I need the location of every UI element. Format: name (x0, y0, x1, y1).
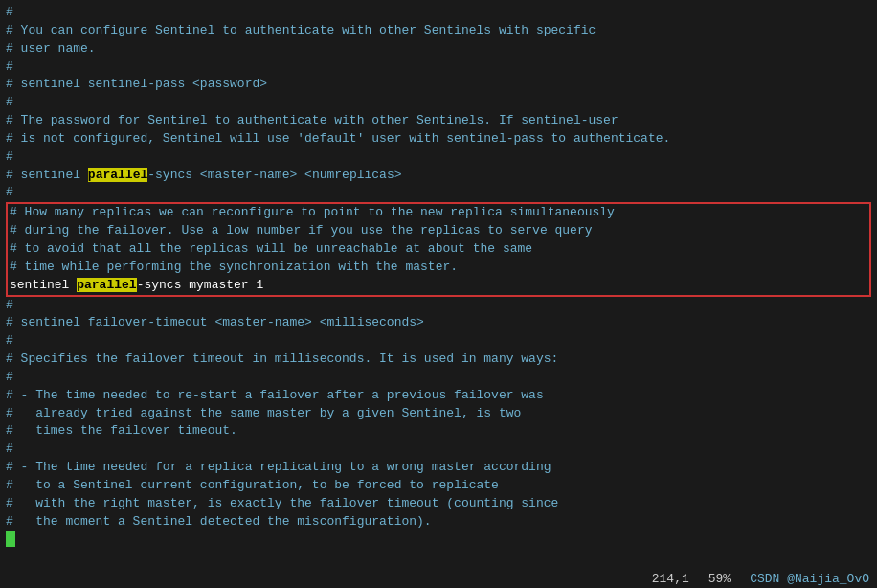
line-1: # (6, 4, 871, 22)
line-14: # to avoid that all the replicas will be… (8, 240, 869, 259)
keyword-parallel-2: parallel (77, 278, 136, 292)
line-24: # times the failover timeout. (6, 422, 871, 441)
line-18: # sentinel failover-timeout <master-name… (6, 314, 871, 332)
line-17: # (6, 297, 871, 315)
line-25: # (6, 441, 871, 459)
line-19: # (6, 332, 871, 351)
line-7: # The password for Sentinel to authentic… (6, 112, 871, 130)
line-11: # (6, 184, 871, 202)
line-2: # You can configure Sentinel to authenti… (6, 22, 871, 40)
line-20: # Specifies the failover timeout in mill… (6, 351, 871, 369)
line-8: # is not configured, Sentinel will use '… (6, 130, 871, 148)
keyword-parallel-1: parallel (88, 168, 147, 182)
line-12: # How many replicas we can reconfigure t… (8, 204, 869, 222)
highlighted-block: # How many replicas we can reconfigure t… (6, 202, 871, 296)
status-bar: 214,1 59% CSDN @Naijia_OvO (644, 570, 877, 588)
line-27: # to a Sentinel current configuration, t… (6, 477, 871, 495)
line-3: # user name. (6, 40, 871, 58)
terminal: # # You can configure Sentinel to authen… (0, 0, 877, 588)
line-9: # (6, 148, 871, 167)
line-10: # sentinel parallel-syncs <master-name> … (6, 167, 871, 185)
line-4: # (6, 58, 871, 77)
line-23: # already tried against the same master … (6, 405, 871, 423)
line-26: # - The time needed for a replica replic… (6, 459, 871, 477)
line-16: sentinel parallel-syncs mymaster 1 (8, 277, 869, 295)
line-number-indicator: 214,1 (652, 572, 689, 586)
cursor-block (6, 531, 15, 547)
line-6: # (6, 94, 871, 112)
line-13: # during the failover. Use a low number … (8, 222, 869, 240)
line-29: # the moment a Sentinel detected the mis… (6, 513, 871, 531)
line-28: # with the right master, is exactly the … (6, 495, 871, 513)
line-22: # - The time needed to re-start a failov… (6, 387, 871, 405)
line-21: # (6, 369, 871, 387)
scroll-percent: 59% (708, 572, 731, 586)
watermark: CSDN @Naijia_OvO (750, 572, 869, 586)
line-5: # sentinel sentinel-pass <password> (6, 76, 871, 94)
line-30 (6, 531, 871, 549)
line-15: # time while performing the synchronizat… (8, 259, 869, 277)
